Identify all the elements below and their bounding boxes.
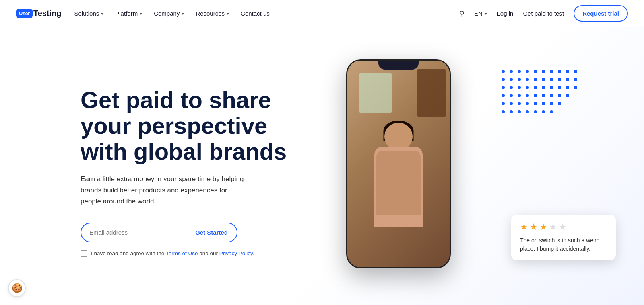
logo-box: User	[16, 9, 33, 18]
svg-point-49	[518, 110, 521, 113]
navbar-left: User Testing Solutions Platform Company …	[16, 9, 270, 18]
window-decoration	[359, 73, 392, 113]
svg-point-4	[534, 70, 537, 73]
star-1: ★	[520, 222, 528, 232]
svg-point-52	[542, 110, 545, 113]
hero-title: Get paid to share your perspective with …	[80, 87, 290, 164]
svg-point-18	[566, 78, 569, 81]
terms-of-use-link[interactable]: Terms of Use	[166, 250, 198, 256]
language-selector[interactable]: EN	[474, 10, 487, 17]
svg-point-48	[510, 110, 513, 113]
email-form: Get Started	[80, 223, 237, 242]
dot-grid-decoration	[499, 68, 588, 140]
chevron-down-icon	[226, 13, 229, 15]
svg-point-31	[510, 94, 513, 97]
chevron-down-icon	[181, 13, 184, 15]
svg-point-29	[574, 86, 577, 89]
svg-point-25	[542, 86, 545, 89]
chevron-down-icon	[101, 13, 104, 15]
star-rating: ★ ★ ★ ★ ★	[520, 222, 607, 232]
svg-point-36	[550, 94, 553, 97]
svg-point-46	[558, 102, 561, 105]
terms-checkbox[interactable]	[80, 250, 87, 257]
svg-point-21	[510, 86, 513, 89]
navbar: User Testing Solutions Platform Company …	[0, 0, 644, 27]
svg-point-43	[534, 102, 537, 105]
nav-resources[interactable]: Resources	[196, 10, 229, 17]
login-link[interactable]: Log in	[497, 10, 514, 17]
hero-visual: ★ ★ ★ ★ ★ The on switch is in such a wei…	[322, 51, 628, 293]
svg-point-37	[558, 94, 561, 97]
svg-point-5	[542, 70, 545, 73]
hero-subtitle: Earn a little extra money in your spare …	[80, 174, 250, 207]
svg-point-47	[502, 110, 505, 113]
nav-links: Solutions Platform Company Resources Con…	[74, 10, 270, 17]
svg-point-1	[510, 70, 513, 73]
hero-section: Get paid to share your perspective with …	[0, 27, 644, 305]
svg-point-34	[534, 94, 537, 97]
star-4: ★	[549, 222, 557, 232]
svg-point-50	[526, 110, 529, 113]
svg-point-10	[502, 78, 505, 81]
svg-point-15	[542, 78, 545, 81]
search-icon[interactable]: ⚲	[459, 9, 464, 18]
phone-notch	[378, 61, 419, 70]
star-3: ★	[539, 222, 547, 232]
svg-point-39	[502, 102, 505, 105]
svg-point-14	[534, 78, 537, 81]
svg-point-41	[518, 102, 521, 105]
svg-point-51	[534, 110, 537, 113]
email-input[interactable]	[81, 223, 186, 242]
svg-point-30	[502, 94, 505, 97]
svg-point-2	[518, 70, 521, 73]
star-5: ★	[559, 222, 567, 232]
svg-point-0	[502, 70, 505, 73]
get-started-button[interactable]: Get Started	[186, 223, 237, 242]
person-figure	[362, 115, 435, 267]
svg-point-44	[542, 102, 545, 105]
cookie-consent-button[interactable]: 🍪	[8, 279, 26, 297]
svg-point-6	[550, 70, 553, 73]
svg-point-28	[566, 86, 569, 89]
svg-point-45	[550, 102, 553, 105]
get-paid-link[interactable]: Get paid to test	[523, 10, 564, 17]
svg-point-27	[558, 86, 561, 89]
svg-point-33	[526, 94, 529, 97]
chevron-down-icon	[484, 13, 487, 15]
svg-point-19	[574, 78, 577, 81]
privacy-policy-link[interactable]: Privacy Policy	[219, 250, 253, 256]
logo-text: Testing	[33, 9, 62, 18]
svg-point-8	[566, 70, 569, 73]
svg-point-32	[518, 94, 521, 97]
svg-point-13	[526, 78, 529, 81]
terms-row: I have read and agree with the Terms of …	[80, 250, 290, 257]
nav-company[interactable]: Company	[154, 10, 184, 17]
svg-point-24	[534, 86, 537, 89]
svg-point-38	[566, 94, 569, 97]
svg-point-3	[526, 70, 529, 73]
chevron-down-icon	[139, 13, 142, 15]
svg-point-42	[526, 102, 529, 105]
svg-point-53	[550, 110, 553, 113]
svg-point-17	[558, 78, 561, 81]
svg-point-35	[542, 94, 545, 97]
navbar-right: ⚲ EN Log in Get paid to test Request tri…	[459, 5, 628, 22]
svg-point-26	[550, 86, 553, 89]
terms-text: I have read and agree with the Terms of …	[91, 250, 254, 256]
nav-platform[interactable]: Platform	[115, 10, 142, 17]
svg-point-20	[502, 86, 505, 89]
logo[interactable]: User Testing	[16, 9, 62, 18]
phone-screen	[347, 61, 450, 267]
nav-solutions[interactable]: Solutions	[74, 10, 104, 17]
review-card: ★ ★ ★ ★ ★ The on switch is in such a wei…	[511, 215, 616, 260]
star-2: ★	[530, 222, 538, 232]
request-trial-button[interactable]: Request trial	[574, 5, 628, 22]
svg-point-11	[510, 78, 513, 81]
nav-contact[interactable]: Contact us	[241, 10, 270, 17]
svg-point-16	[550, 78, 553, 81]
cabinet-decoration	[417, 69, 446, 117]
svg-point-7	[558, 70, 561, 73]
review-text: The on switch is in such a weird place. …	[520, 236, 607, 253]
svg-point-40	[510, 102, 513, 105]
cookie-icon: 🍪	[12, 283, 23, 293]
